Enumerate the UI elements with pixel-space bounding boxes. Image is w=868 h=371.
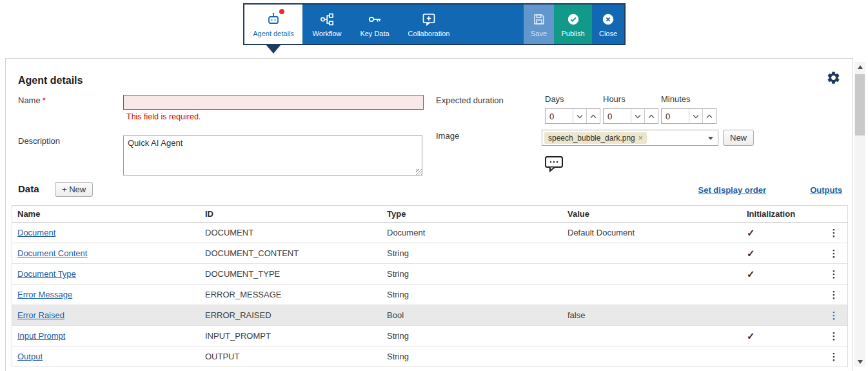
tab-workflow[interactable]: Workflow: [302, 5, 351, 44]
notification-badge: [279, 9, 284, 14]
speech-bubble-image-preview: [544, 155, 564, 175]
row-type: Bool: [382, 310, 562, 320]
row-menu-button[interactable]: ⋮: [824, 310, 844, 321]
chevron-down-icon: [577, 114, 583, 119]
scrollbar-thumb[interactable]: [855, 74, 865, 135]
row-name-link[interactable]: Document Type: [17, 269, 76, 279]
duration-days-field: Days 0: [545, 94, 600, 124]
row-name-link[interactable]: Document: [17, 228, 55, 237]
table-row[interactable]: Document Type DOCUMENT_TYPE String ✓ ⋮: [12, 264, 847, 285]
minutes-spinner: 0: [661, 108, 716, 124]
kebab-icon: ⋮: [829, 310, 839, 321]
settings-gear-button[interactable]: [825, 70, 841, 86]
outputs-link[interactable]: Outputs: [810, 185, 842, 195]
days-value[interactable]: 0: [546, 109, 573, 123]
duration-minutes-field: Minutes 0: [661, 94, 716, 124]
main-toolbar: Agent details Workflow Key Data: [243, 3, 626, 45]
minutes-value[interactable]: 0: [662, 109, 689, 123]
scroll-up-button[interactable]: [854, 62, 865, 72]
table-row[interactable]: Error Message ERROR_MESSAGE String ⋮: [12, 285, 847, 305]
save-label: Save: [531, 30, 547, 37]
close-button[interactable]: Close: [592, 5, 624, 44]
row-type: String: [382, 248, 562, 258]
kebab-icon: ⋮: [829, 248, 839, 259]
table-row[interactable]: Output OUTPUT String ⋮: [12, 346, 847, 367]
days-label: Days: [545, 94, 600, 104]
hours-value[interactable]: 0: [604, 109, 631, 123]
tab-label: Agent details: [253, 30, 294, 37]
hours-increment-button[interactable]: [644, 109, 658, 123]
textarea-resize-grip[interactable]: [416, 169, 422, 175]
scroll-down-button[interactable]: [854, 356, 865, 366]
row-id: ERROR_RAISED: [200, 310, 382, 320]
page-title: Agent details: [18, 75, 83, 86]
minutes-decrement-button[interactable]: [689, 109, 702, 123]
image-tag-label: speech_bubble_dark.png: [548, 134, 635, 143]
days-decrement-button[interactable]: [573, 109, 586, 123]
minutes-label: Minutes: [661, 94, 716, 104]
initialization-check-icon: ✓: [742, 248, 820, 259]
row-name-link[interactable]: Document Content: [17, 248, 87, 258]
workflow-icon: [319, 11, 335, 28]
table-row-selected[interactable]: Error Raised ERROR_RAISED Bool false ⋮: [12, 305, 847, 326]
vertical-scrollbar[interactable]: [854, 62, 865, 366]
row-menu-button[interactable]: ⋮: [824, 227, 844, 239]
table-row[interactable]: Input Prompt INPUT_PROMPT String ✓ ⋮: [12, 326, 847, 346]
save-icon: [531, 11, 547, 28]
close-icon: [600, 11, 616, 28]
column-header-id: ID: [200, 209, 382, 219]
expected-duration-label: Expected duration: [436, 95, 504, 105]
name-field-error: This field is required.: [126, 112, 201, 121]
tab-label: Collaboration: [408, 30, 450, 37]
dropdown-caret-icon[interactable]: [708, 137, 713, 140]
row-value: false: [562, 310, 742, 320]
description-input[interactable]: Quick AI Agent: [123, 135, 422, 175]
set-display-order-link[interactable]: Set display order: [698, 185, 766, 195]
hours-decrement-button[interactable]: [631, 109, 644, 123]
row-name-link[interactable]: Output: [17, 352, 43, 361]
remove-tag-icon[interactable]: ×: [638, 134, 643, 142]
row-name-link[interactable]: Input Prompt: [17, 331, 65, 341]
initialization-check-icon: ✓: [742, 330, 820, 342]
row-menu-button[interactable]: ⋮: [824, 248, 844, 259]
row-id: OUTPUT: [200, 352, 382, 361]
row-id: DOCUMENT: [200, 228, 382, 237]
row-menu-button[interactable]: ⋮: [824, 268, 844, 280]
minutes-increment-button[interactable]: [702, 109, 716, 123]
initialization-check-icon: ✓: [742, 227, 820, 239]
save-button[interactable]: Save: [524, 5, 554, 44]
row-menu-button[interactable]: ⋮: [824, 351, 844, 363]
chevron-up-icon: [648, 114, 655, 119]
row-name-link[interactable]: Error Message: [17, 290, 72, 299]
table-header-row: Name ID Type Value Initialization: [12, 206, 847, 223]
chevron-up-icon: [590, 114, 597, 119]
row-name-link[interactable]: Error Raised: [17, 310, 64, 320]
duration-hours-field: Hours 0: [603, 94, 658, 124]
tab-label: Workflow: [312, 30, 341, 37]
publish-icon: [565, 11, 582, 28]
name-input[interactable]: [123, 95, 424, 110]
tab-collaboration[interactable]: Collaboration: [398, 5, 460, 44]
table-row[interactable]: Document Content DOCUMENT_CONTENT String…: [12, 243, 847, 264]
row-menu-button[interactable]: ⋮: [824, 330, 844, 342]
row-type: String: [382, 331, 562, 341]
row-menu-button[interactable]: ⋮: [824, 289, 844, 301]
image-tag-chip: speech_bubble_dark.png ×: [544, 132, 647, 144]
data-new-button[interactable]: + New: [55, 182, 93, 197]
image-new-button[interactable]: New: [723, 130, 754, 146]
column-header-name: Name: [12, 209, 200, 219]
hours-spinner: 0: [603, 108, 658, 124]
row-type: String: [382, 352, 562, 361]
column-header-initialization: Initialization: [742, 209, 820, 219]
days-increment-button[interactable]: [586, 109, 600, 123]
publish-button[interactable]: Publish: [554, 5, 592, 44]
table-row[interactable]: Document DOCUMENT Document Default Docum…: [12, 223, 847, 243]
image-combobox[interactable]: speech_bubble_dark.png ×: [542, 130, 718, 146]
data-table: Name ID Type Value Initialization Docume…: [12, 205, 848, 367]
tab-key-data[interactable]: Key Data: [351, 5, 398, 44]
kebab-icon: ⋮: [829, 289, 839, 300]
chevron-down-icon: [635, 114, 641, 119]
close-label: Close: [599, 30, 617, 37]
column-header-value: Value: [562, 209, 742, 219]
tab-agent-details[interactable]: Agent details: [244, 5, 302, 44]
